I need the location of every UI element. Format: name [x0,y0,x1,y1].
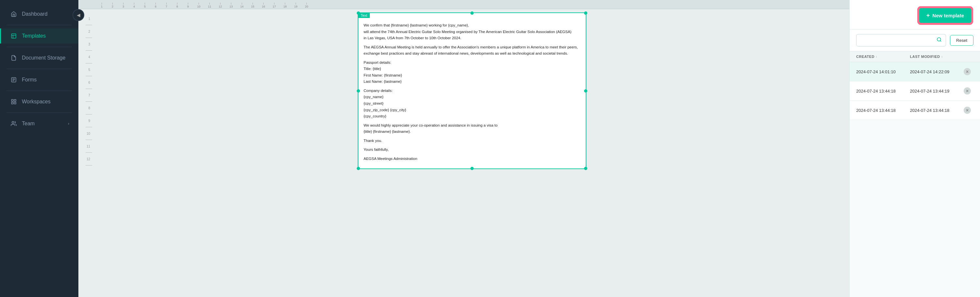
forms-icon [10,77,18,83]
sidebar-item-forms[interactable]: Forms [0,72,78,87]
ruler-mark: 14 [237,3,247,8]
template-row[interactable]: 2024-07-24 13:44:18 2024-07-24 13:44:18 … [850,101,980,120]
ruler-mark: 16 [258,3,269,8]
doc-passport-details: Passport details: Title: {title} First N… [364,59,581,85]
templates-icon [10,33,18,39]
doc-thank-you: Thank you. [364,138,581,144]
handle-left-center[interactable] [357,89,360,93]
svg-rect-0 [11,34,16,38]
team-icon [10,121,18,126]
svg-point-11 [12,121,14,123]
templates-label: Templates [22,33,46,39]
document-storage-label: Document Storage [22,55,65,61]
main-content: 1 2 3 4 5 6 7 8 9 10 11 12 13 14 15 16 1… [78,0,980,297]
ruler-mark: 1 [96,3,107,8]
line-num-7: 7 [88,89,92,101]
editor-area: 1 2 3 4 5 6 7 8 9 10 11 12 13 14 15 16 1… [78,0,850,297]
created-column-header: CREATED ↕ [856,54,910,59]
line-num-11: 11 [87,140,92,152]
created-sort-icon[interactable]: ↕ [876,55,877,58]
template-created-3: 2024-07-24 13:44:18 [856,108,910,113]
line-num-8: 8 [88,102,92,114]
reset-button[interactable]: Reset [950,35,974,46]
ruler-mark: 8 [172,3,183,8]
sidebar-item-document-storage[interactable]: Document Storage [0,50,78,65]
ruler-marks: 1 2 3 4 5 6 7 8 9 10 11 12 13 14 15 16 1… [96,3,312,8]
handle-top-center[interactable] [470,11,474,15]
handle-top-right[interactable] [584,11,587,15]
sidebar-navigation: Dashboard Templates Document [0,0,78,297]
svg-point-12 [937,38,941,41]
doc-closing: We would highly appreciate your co-opera… [364,122,581,135]
new-template-label: New template [932,13,964,18]
ruler-mark: 12 [215,3,226,8]
svg-rect-7 [11,99,13,101]
ruler-mark: 18 [280,3,290,8]
line-num-1: 1 [88,13,92,25]
last-modified-sort-icon[interactable]: ↕ [942,55,943,58]
template-created-1: 2024-07-24 14:01:10 [856,69,910,74]
svg-rect-10 [14,102,16,104]
ruler-mark: 4 [129,3,140,8]
svg-rect-9 [11,102,13,104]
sidebar-item-templates[interactable]: Templates [0,29,78,43]
ruler-mark: 5 [140,3,150,8]
ruler-mark: 11 [204,3,215,8]
template-remove-button-3[interactable]: × [964,107,971,114]
sidebar-toggle[interactable]: ◀ [73,9,84,21]
line-numbers: 1 2 3 4 5 6 7 8 9 10 11 [78,13,95,166]
team-chevron-icon: › [68,121,69,126]
table-header: CREATED ↕ LAST MODIFIED ↕ [850,51,980,62]
line-num-2: 2 [88,25,92,38]
ruler-mark: 17 [269,3,280,8]
line-num-4: 4 [88,51,92,63]
ruler-mark: 20 [301,3,312,8]
text-box[interactable]: Text We confirm that {firstname} {lastna… [358,13,586,169]
ruler-mark: 19 [290,3,301,8]
line-num-10: 10 [87,127,92,140]
sidebar-item-team[interactable]: Team › [0,116,78,131]
sidebar: ◀ Dashboard Templates [0,0,78,297]
template-modified-1: 2024-07-24 14:22:09 [910,69,964,74]
last-modified-column-header: LAST MODIFIED ↕ [910,54,964,59]
plus-icon: + [926,12,930,19]
document-wrapper: Text We confirm that {firstname} {lastna… [358,13,586,287]
ruler-mark: 6 [150,3,161,8]
search-reset-row: Reset [850,29,980,51]
ruler-mark: 13 [226,3,237,8]
ruler-mark: 15 [247,3,258,8]
dashboard-label: Dashboard [22,11,48,17]
forms-label: Forms [22,77,37,83]
handle-right-center[interactable] [584,89,587,93]
svg-line-13 [940,41,941,42]
line-num-6: 6 [88,76,92,89]
search-box[interactable] [856,34,946,46]
template-row[interactable]: 2024-07-24 13:44:18 2024-07-24 13:44:19 … [850,81,980,101]
line-num-5: 5 [88,64,92,76]
line-num-9: 9 [88,115,92,127]
ruler-mark: 9 [183,3,193,8]
document-text: We confirm that {firstname} {lastname} w… [364,22,581,162]
search-icon [937,37,942,43]
line-num-3: 3 [88,38,92,50]
doc-admin: AEGSA Meetings Administration [364,156,581,162]
template-row[interactable]: 2024-07-24 14:01:10 2024-07-24 14:22:09 … [850,62,980,81]
new-template-button[interactable]: + New template [918,7,972,24]
team-label: Team [22,121,35,126]
document-scroll[interactable]: 1 2 3 4 5 6 7 8 9 10 11 [78,9,850,297]
template-remove-button-2[interactable]: × [964,87,971,94]
handle-bottom-left[interactable] [357,167,360,170]
handle-top-left[interactable] [357,11,360,15]
template-modified-3: 2024-07-24 13:44:18 [910,108,964,113]
home-icon [10,11,18,17]
sidebar-item-workspaces[interactable]: Workspaces [0,94,78,109]
ruler-mark: 2 [107,3,118,8]
ruler-mark: 3 [118,3,129,8]
handle-bottom-right[interactable] [584,167,587,170]
line-num-12: 12 [87,153,92,165]
template-remove-button-1[interactable]: × [964,68,971,75]
handle-bottom-center[interactable] [470,167,474,170]
sidebar-item-dashboard[interactable]: Dashboard [0,6,78,22]
template-list: 2024-07-24 14:01:10 2024-07-24 14:22:09 … [850,62,980,297]
doc-yours: Yours faithfully, [364,147,581,153]
